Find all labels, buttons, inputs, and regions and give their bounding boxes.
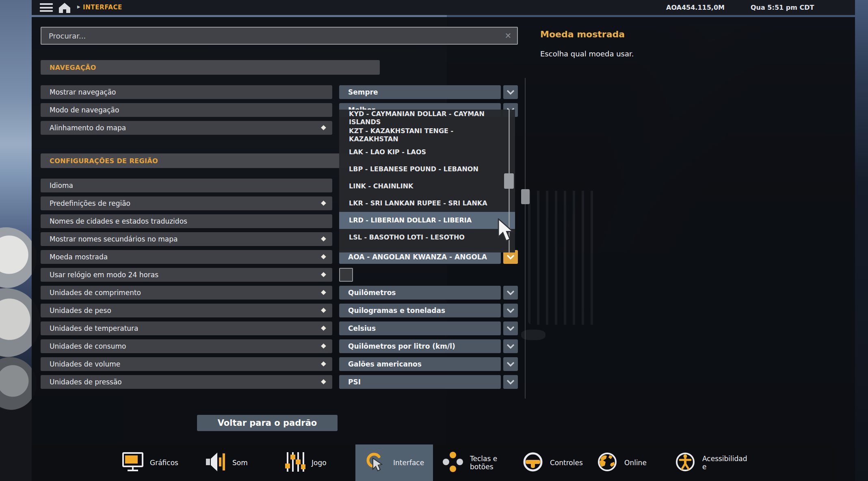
tab-acessibilidade[interactable]: Acessibilidade: [674, 444, 749, 481]
chevron-down-icon[interactable]: [503, 357, 518, 371]
modified-marker-icon: [321, 236, 326, 242]
tab-controles[interactable]: Controles: [522, 444, 583, 481]
tab-online[interactable]: Online: [596, 444, 647, 481]
setting-label[interactable]: Unidades de volume: [41, 357, 332, 371]
modified-marker-icon: [321, 361, 326, 367]
tab-graficos[interactable]: Gráficos: [122, 444, 178, 481]
checkbox-24h-clock[interactable]: [339, 268, 353, 282]
setting-label[interactable]: Usar relógio em modo 24 horas: [41, 268, 332, 282]
monitor-icon: [122, 452, 144, 473]
settings-screen: ▶ INTERFACE AOA454.115,0M Qua 5:51 pm CD…: [0, 0, 868, 481]
setting-label[interactable]: Mostrar navegação: [41, 85, 332, 99]
modified-marker-icon: [321, 326, 326, 331]
setting-label-predefinicoes[interactable]: Predefinições de região: [41, 196, 332, 210]
dropdown-option[interactable]: LBP - LEBANESE POUND - LEBANON: [339, 161, 515, 178]
mouse-cursor: [496, 218, 516, 245]
dropdown-option[interactable]: KZT - KAZAKHSTANI TENGE - KAZAKHSTAN: [339, 127, 515, 144]
home-icon[interactable]: [58, 2, 71, 14]
sliders-icon: [284, 451, 305, 474]
money-display: AOA454.115,0M: [666, 4, 725, 11]
settings-panel: ✕ NAVEGAÇÃO Mostrar navegação Sempre Mod…: [32, 17, 855, 481]
dropdown-value[interactable]: Sempre: [339, 85, 501, 99]
setting-label[interactable]: Unidades de temperatura: [41, 321, 332, 335]
dropdown-value[interactable]: Galões americanos: [339, 357, 501, 371]
setting-label-nomes-cidades[interactable]: Nomes de cidades e estados traduzidos: [41, 214, 332, 228]
tab-teclas-e-botoes[interactable]: Teclas e botões: [442, 444, 509, 481]
dropdown-value[interactable]: Quilômetros por litro (km/l): [339, 339, 501, 353]
tab-jogo[interactable]: Jogo: [284, 444, 327, 481]
dropdown-option[interactable]: KYD - CAYMANIAN DOLLAR - CAYMAN ISLANDS: [339, 110, 515, 127]
settings-tab-bar: Gráficos Som: [32, 444, 835, 481]
dropdown-value[interactable]: PSI: [339, 375, 501, 389]
buttons-icon: [442, 451, 464, 475]
section-header-navigation: NAVEGAÇÃO: [41, 60, 380, 75]
dropdown-option[interactable]: LSL - BASOTHO LOTI - LESOTHO: [339, 229, 515, 246]
dropdown-scrollbar-thumb[interactable]: [504, 173, 514, 189]
modified-marker-icon: [321, 125, 326, 130]
side-panel-description: Escolha qual moeda usar.: [540, 50, 634, 58]
modified-marker-icon: [321, 290, 326, 295]
top-bar: ▶ INTERFACE AOA454.115,0M Qua 5:51 pm CD…: [32, 0, 855, 15]
chevron-down-icon[interactable]: [503, 304, 518, 317]
tab-som[interactable]: Som: [205, 444, 248, 481]
reset-defaults-button[interactable]: Voltar para o padrão: [197, 415, 338, 431]
dropdown-value[interactable]: Quilogramas e toneladas: [339, 304, 501, 317]
section-title: CONFIGURAÇÕES DE REGIÃO: [50, 157, 158, 165]
cursor-click-icon: [364, 451, 387, 475]
speaker-icon: [205, 452, 226, 474]
modified-marker-icon: [321, 254, 326, 259]
breadcrumb-arrow-icon: ▶: [77, 4, 80, 9]
chevron-down-icon[interactable]: [503, 339, 518, 353]
modified-marker-icon: [321, 379, 326, 384]
search-input[interactable]: [41, 32, 499, 40]
section-header-region: CONFIGURAÇÕES DE REGIÃO: [41, 153, 380, 168]
setting-label-alinhamento[interactable]: Alinhamento do mapa: [41, 121, 332, 135]
truck-grille-hint: [528, 191, 597, 325]
modified-marker-icon: [321, 343, 326, 349]
side-panel-title: Moeda mostrada: [540, 29, 625, 39]
chevron-down-icon[interactable]: [503, 286, 518, 300]
tab-interface[interactable]: Interface: [355, 444, 433, 481]
menu-icon[interactable]: [40, 3, 53, 12]
truck-tire: [0, 227, 37, 288]
setting-label[interactable]: Unidades de peso: [41, 304, 332, 317]
chevron-down-icon[interactable]: [503, 85, 518, 99]
chevron-down-icon[interactable]: [503, 375, 518, 389]
dropdown-option-highlighted[interactable]: LRD - LIBERIAN DOLLAR - LIBERIA: [339, 212, 515, 229]
currency-dropdown-list: KYD - CAYMANIAN DOLLAR - CAYMAN ISLANDS …: [339, 110, 515, 252]
panel-scrollbar-thumb[interactable]: [521, 189, 530, 204]
dropdown-option[interactable]: LAK - LAO KIP - LAOS: [339, 144, 515, 161]
chevron-down-icon[interactable]: [503, 321, 518, 335]
breadcrumb: INTERFACE: [83, 4, 122, 11]
accessibility-icon: [674, 451, 696, 475]
section-title: NAVEGAÇÃO: [50, 64, 96, 71]
dropdown-option[interactable]: LINK - CHAINLINK: [339, 178, 515, 195]
dropdown-value[interactable]: Quilômetros: [339, 286, 501, 300]
dropdown-value[interactable]: Celsius: [339, 321, 501, 335]
clear-search-icon[interactable]: ✕: [499, 31, 517, 41]
modified-marker-icon: [321, 272, 326, 277]
setting-label[interactable]: Unidades de consumo: [41, 339, 332, 353]
modified-marker-icon: [321, 308, 326, 313]
search-box: ✕: [41, 27, 518, 45]
setting-label[interactable]: Unidades de comprimento: [41, 286, 332, 300]
setting-label[interactable]: Unidades de pressão: [41, 375, 332, 389]
setting-label[interactable]: Moeda mostrada: [41, 250, 332, 264]
clock-display: Qua 5:51 pm CDT: [751, 4, 814, 11]
steering-wheel-icon: [522, 451, 544, 475]
modified-marker-icon: [321, 201, 326, 206]
globe-icon: [596, 451, 618, 475]
setting-label-idioma[interactable]: Idioma: [41, 179, 332, 192]
panel-scrollbar-track[interactable]: [525, 78, 526, 399]
dropdown-option[interactable]: LKR - SRI LANKAN RUPEE - SRI LANKA: [339, 195, 515, 212]
setting-label[interactable]: Modo de navegação: [41, 103, 332, 117]
setting-label-nomes-secundarios[interactable]: Mostrar nomes secundários no mapa: [41, 232, 332, 246]
